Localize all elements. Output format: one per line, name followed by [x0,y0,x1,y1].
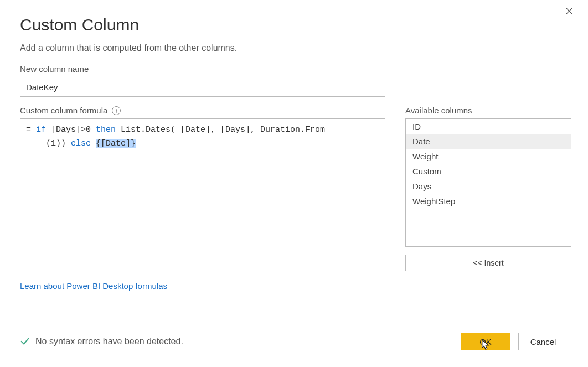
available-columns-label-text: Available columns [405,106,472,115]
formula-label: Custom column formula i [20,106,385,115]
insert-button[interactable]: << Insert [405,255,571,271]
formula-keyword: then [96,125,116,135]
available-column-item[interactable]: Weight [406,149,571,164]
info-icon[interactable]: i [112,106,121,115]
new-column-name-label: New column name [20,64,568,74]
close-icon[interactable] [564,6,575,17]
available-column-item[interactable]: Custom [406,164,571,179]
formula-token [91,139,96,148]
available-column-item[interactable]: Date [406,134,571,149]
available-column-item[interactable]: ID [406,119,571,134]
formula-selection: {[Date]} [96,139,136,148]
ok-button-label: OK [479,337,492,347]
formula-token: (1)) [26,139,71,148]
available-columns-label: Available columns [405,106,571,115]
syntax-status: No syntax errors have been detected. [20,337,183,347]
formula-label-text: Custom column formula [20,106,107,115]
formula-editor[interactable]: = if [Days]>0 then List.Dates( [Date], [… [20,118,385,273]
dialog-subtitle: Add a column that is computed from the o… [20,43,568,53]
syntax-status-text: No syntax errors have been detected. [35,337,183,347]
new-column-name-input[interactable] [20,77,385,97]
cancel-button[interactable]: Cancel [518,333,568,350]
learn-link[interactable]: Learn about Power BI Desktop formulas [20,281,167,291]
formula-keyword: else [71,139,91,148]
checkmark-icon [20,337,30,347]
available-column-item[interactable]: Days [406,179,571,194]
formula-keyword: if [36,125,46,135]
available-column-item[interactable]: WeightStep [406,194,571,209]
formula-token: List.Dates( [Date], [Days], Duration.Fro… [116,125,325,135]
dialog-title: Custom Column [20,15,568,34]
available-columns-list[interactable]: IDDateWeightCustomDaysWeightStep [405,118,571,247]
formula-token: [Days]>0 [46,125,96,135]
new-column-name-label-text: New column name [20,64,89,74]
formula-token: = [26,125,36,135]
ok-button[interactable]: OK [461,333,510,350]
